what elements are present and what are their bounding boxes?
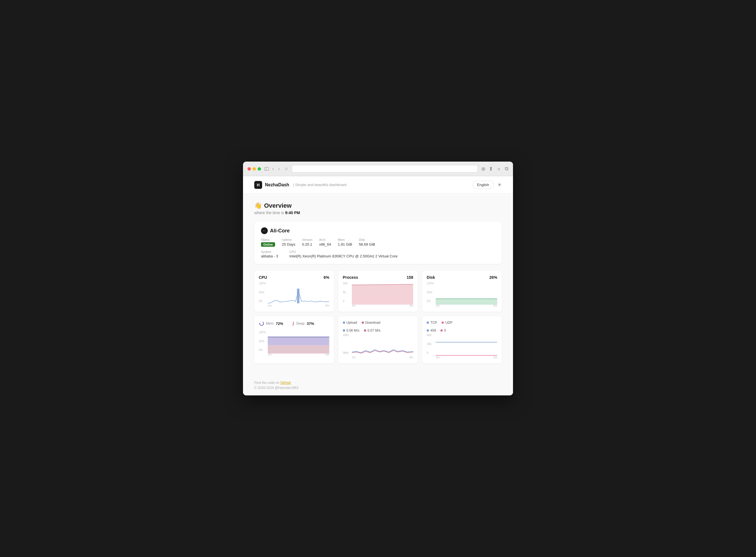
- process-chart-value: 158: [407, 275, 413, 280]
- network-x-labels: 1m 0m: [352, 356, 414, 359]
- tcp-dot: [427, 322, 429, 324]
- mem-label: Mem: [266, 322, 274, 325]
- meta-cpu: CPU Intel(R) Xeon(R) Platinum 8269CY CPU…: [289, 250, 398, 258]
- swap-percent: 37%: [307, 322, 314, 326]
- footer: Find the code on GitHub © 2020-2024 @Ham…: [243, 376, 513, 395]
- app-tagline: | Simple and beautiful dashboard: [293, 183, 346, 187]
- swap-label: Swap: [296, 322, 305, 325]
- overview-emoji: 👋: [254, 202, 262, 209]
- upload-legend: Upload: [343, 321, 357, 325]
- connections-legend: TCP UDP: [427, 321, 452, 325]
- connections-chart-area: 600 300 0 1m 0m: [427, 333, 497, 359]
- overview-time: where the time is 9:40 PM: [254, 210, 502, 215]
- charts-grid-row2: Mem 72% Swap 37%: [254, 316, 502, 363]
- current-time: 9:40 PM: [285, 210, 300, 215]
- process-chart-header: Process 158: [343, 275, 414, 280]
- mem-chart-card: Mem 72% Swap 37%: [254, 316, 334, 363]
- minimize-button[interactable]: [253, 167, 256, 171]
- mem-chart-header: Mem 72% Swap 37%: [259, 321, 329, 328]
- sidebar-toggle-icon[interactable]: [264, 167, 269, 171]
- address-bar[interactable]: [292, 165, 478, 173]
- connections-y-labels: 600 300 0: [427, 333, 436, 354]
- app-content: H NezhaDash | Simple and beautiful dashb…: [243, 176, 513, 395]
- svg-marker-1: [352, 285, 414, 305]
- meta-mem: Mem 1.81 GiB: [338, 238, 352, 247]
- connections-x-labels: 1m 0m: [436, 356, 497, 359]
- tcp-label: TCP: [430, 321, 437, 325]
- cpu-x-labels: 1m 0m: [268, 304, 329, 307]
- process-y-labels: 180 90 0: [343, 282, 352, 303]
- main-content: 👋 Overview where the time is 9:40 PM ← A…: [243, 194, 513, 376]
- mem-x-labels: 1m 0m: [268, 353, 329, 356]
- process-chart-title: Process: [343, 275, 358, 280]
- theme-toggle-button[interactable]: ☀: [497, 182, 502, 188]
- new-tab-icon[interactable]: ＋: [496, 166, 501, 172]
- logo-letter: H: [257, 183, 260, 187]
- process-chart-area: 180 90 0 1m 0m: [343, 282, 414, 307]
- app-header: H NezhaDash | Simple and beautiful dashb…: [243, 176, 513, 194]
- disk-chart-svg: [436, 282, 497, 305]
- github-link[interactable]: GitHub: [280, 381, 291, 385]
- server-meta-row1: Status Online Uptime 25 Days Version 0.2…: [261, 238, 495, 247]
- cpu-chart-svg: [268, 282, 329, 305]
- meta-version: Version 0.20.1: [302, 238, 312, 247]
- process-chart-card: Process 158 180 90 0: [338, 271, 418, 312]
- app-name: NezhaDash: [265, 182, 289, 187]
- svg-point-3: [260, 322, 263, 325]
- tcp-value: 459: [430, 328, 436, 332]
- svg-point-4: [290, 322, 293, 325]
- disk-chart-card: Disk 26% 100% 50% 0%: [422, 271, 502, 312]
- browser-controls: ‹ ›: [264, 166, 281, 172]
- mem-y-labels: 100% 50% 0%: [259, 331, 268, 352]
- cpu-chart-title: CPU: [259, 275, 267, 280]
- mem-donut-row: Mem 72% Swap 37%: [259, 321, 314, 326]
- language-button[interactable]: English: [472, 181, 494, 189]
- meta-status: Status Online: [261, 238, 275, 247]
- svg-marker-2: [436, 299, 497, 305]
- overview-title: 👋 Overview: [254, 202, 502, 209]
- tcp-value-row: 459: [427, 328, 436, 332]
- mem-donut-icon: [259, 321, 264, 326]
- maximize-button[interactable]: [258, 167, 261, 171]
- server-meta-row2: System alibaba - 3 CPU Intel(R) Xeon(R) …: [261, 250, 495, 258]
- footer-line1: Find the code on GitHub: [254, 381, 502, 385]
- network-chart-card: Upload Download 0.06 M/s: [338, 316, 418, 363]
- meta-arch: Arch x86_64: [319, 238, 331, 247]
- mem-donut-item: Mem 72%: [259, 321, 283, 326]
- meta-disk: Disk 58.69 GiB: [359, 238, 375, 247]
- disk-chart-header: Disk 26%: [427, 275, 497, 280]
- server-icon: ←: [261, 227, 268, 234]
- back-button[interactable]: ‹: [271, 166, 275, 172]
- tcp-legend: TCP: [427, 321, 437, 325]
- udp-label: UDP: [445, 321, 452, 325]
- network-chart-area: 1M/s 0M/s 1m 0m: [343, 333, 414, 359]
- swap-donut-item: Swap 37%: [289, 321, 314, 326]
- download-value-row: 0.07 M/s: [364, 328, 381, 332]
- disk-chart-area: 100% 50% 0% 1m 0m: [427, 282, 497, 307]
- upload-value: 0.06 M/s: [346, 328, 359, 332]
- udp-value-dot: [441, 329, 443, 332]
- cpu-chart-value: 6%: [324, 275, 329, 280]
- disk-y-labels: 100% 50% 0%: [427, 282, 436, 303]
- close-button[interactable]: [248, 167, 251, 171]
- browser-chrome: ‹ › ☆ ⊕ ⬆ ＋ ⧉: [243, 162, 513, 176]
- tabs-icon[interactable]: ⧉: [505, 166, 508, 172]
- process-chart-svg: [352, 282, 414, 305]
- cpu-chart-area: 100% 50% 0% 1m 0m: [259, 282, 329, 307]
- upload-dot: [343, 322, 345, 324]
- share-icon[interactable]: ⬆: [489, 166, 493, 172]
- process-x-labels: 1m 0m: [352, 304, 414, 307]
- connections-chart-header: TCP UDP: [427, 321, 497, 326]
- forward-button[interactable]: ›: [277, 166, 281, 172]
- meta-system: System alibaba - 3: [261, 250, 278, 258]
- status-badge: Online: [261, 242, 275, 247]
- overview-heading: Overview: [264, 202, 292, 209]
- cpu-y-labels: 100% 50% 0%: [259, 282, 268, 303]
- svg-marker-5: [268, 345, 329, 354]
- udp-dot: [442, 322, 444, 324]
- bookmark-icon[interactable]: ☆: [284, 166, 288, 171]
- upload-label: Upload: [346, 321, 357, 325]
- server-name: Ali-Core: [270, 228, 290, 234]
- download-icon[interactable]: ⊕: [481, 166, 485, 172]
- udp-value: 5: [444, 328, 446, 332]
